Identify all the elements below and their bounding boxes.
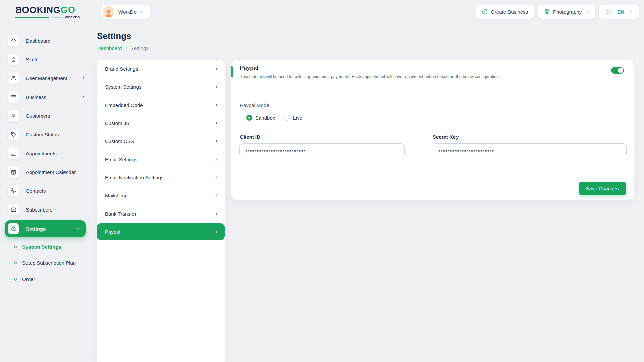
avatar-person-icon — [104, 8, 114, 17]
sidebar-item-label: Appointments — [26, 150, 85, 156]
user-icon — [8, 110, 19, 121]
menu-item-custom-css[interactable]: Custom CSS› — [97, 132, 225, 150]
menu-item-label: Bank Transfer — [105, 211, 136, 217]
radio-option-live[interactable]: Live — [284, 115, 302, 121]
business-selector-dropdown[interactable]: Photography — [538, 5, 595, 19]
sidebar-item-label: Business — [26, 94, 83, 100]
breadcrumb: Dashboard › Settings — [97, 45, 149, 51]
create-business-label: Create Business — [491, 9, 528, 15]
sidebar-nav: Dashboard Skrill User Management › Busin… — [0, 23, 91, 287]
paypal-settings-panel: Paypal These details will be used to col… — [231, 60, 634, 200]
sidebar-item-settings[interactable]: ⚙ Settings — [5, 220, 86, 237]
language-dropdown[interactable]: EN — [599, 5, 639, 19]
panel-title: Paypal — [240, 65, 258, 71]
powered-by-text: Powered By — [51, 16, 64, 19]
sidebar-item-subscribers[interactable]: Subscribers — [0, 200, 91, 219]
radio-label: Sandbox — [255, 115, 275, 121]
chevron-right-icon: › — [215, 210, 217, 217]
user-avatar — [103, 6, 114, 18]
language-label: EN — [617, 9, 624, 15]
menu-item-label: Mailchimp — [105, 193, 128, 198]
submenu-item-system-settings[interactable]: System Settings — [0, 239, 91, 255]
sidebar-item-contacts[interactable]: Contacts — [0, 181, 91, 200]
submenu-item-order[interactable]: Order — [0, 271, 91, 287]
category-grid-icon — [544, 9, 550, 15]
submenu-item-label: Setup Subscription Plan — [22, 260, 76, 266]
chevron-right-icon: › — [215, 228, 217, 235]
logo-tagline: Powered By WORKDO — [15, 16, 80, 19]
phone-icon — [8, 185, 19, 196]
globe-icon — [605, 9, 611, 15]
chevron-right-icon: › — [215, 83, 217, 90]
secret-key-label: Secret Key — [433, 134, 459, 140]
panel-footer-divider — [231, 177, 634, 177]
logo-underline — [15, 17, 49, 18]
chevron-right-icon: › — [215, 120, 217, 127]
sidebar-item-label: User Management — [26, 75, 83, 81]
menu-item-brand-settings[interactable]: Brand Settings› — [97, 60, 225, 78]
bookinggo-logo[interactable]: BOOKINGGO Powered By WORKDO — [15, 5, 80, 19]
logo-wordmark: BOOKINGGO — [15, 5, 80, 15]
page-title: Settings — [97, 31, 131, 41]
paypal-enabled-toggle[interactable] — [611, 67, 624, 74]
sidebar-item-skrill[interactable]: Skrill — [0, 50, 91, 69]
menu-item-paypal[interactable]: Paypal› — [97, 223, 225, 240]
user-name: WorkDo — [118, 9, 137, 15]
menu-item-label: Brand Settings — [105, 66, 138, 72]
sidebar-item-label: Customers — [26, 113, 85, 119]
menu-item-label: Custom CSS — [105, 138, 134, 144]
radio-option-sandbox[interactable]: Sandbox — [246, 115, 275, 121]
radio-checked-icon[interactable] — [246, 115, 252, 121]
menu-item-system-settings[interactable]: System Settings› — [97, 78, 225, 96]
users-icon — [8, 72, 19, 84]
secret-key-input[interactable] — [433, 143, 627, 157]
paypal-mode-radio-group: Sandbox Live — [246, 115, 302, 121]
menu-item-label: Custom JS — [105, 120, 129, 126]
sidebar-item-appointment-calendar[interactable]: Appointment Calendar — [0, 163, 91, 181]
client-id-input[interactable] — [239, 143, 405, 157]
chevron-right-icon: › — [215, 65, 217, 72]
sidebar-item-business[interactable]: Business › — [0, 87, 91, 106]
credit-card-icon — [8, 147, 19, 159]
business-selector-label: Photography — [553, 9, 582, 15]
toggle-knob — [618, 68, 623, 73]
sidebar-item-customers[interactable]: Customers — [0, 106, 91, 125]
sidebar-item-label: Custom Status — [26, 132, 85, 137]
user-menu-button[interactable]: WorkDo — [101, 5, 150, 19]
paypal-mode-label: Paypal Mode — [240, 102, 269, 108]
menu-item-custom-js[interactable]: Custom JS› — [97, 114, 225, 132]
sidebar-item-label: Contacts — [26, 188, 85, 194]
menu-item-email-settings[interactable]: Email Settings› — [97, 150, 225, 168]
chevron-right-icon: › — [83, 74, 85, 82]
menu-item-embedded-code[interactable]: Embedded Code› — [97, 96, 225, 114]
sidebar-item-label: Appointment Calendar — [26, 169, 85, 175]
radio-label: Live — [293, 115, 302, 121]
panel-header-divider — [231, 88, 634, 88]
create-business-button[interactable]: Create Business — [476, 5, 534, 19]
settings-submenu: System Settings Setup Subscription Plan … — [0, 239, 91, 287]
menu-item-email-notification-settings[interactable]: Email Notification Settings› — [97, 168, 225, 186]
header-actions: Create Business Photography EN — [476, 5, 639, 19]
chevron-right-icon: › — [215, 192, 217, 199]
chevron-right-icon: › — [215, 156, 217, 163]
home-icon — [8, 35, 19, 46]
sidebar-item-custom-status[interactable]: Custom Status — [0, 125, 91, 144]
submenu-item-setup-subscription-plan[interactable]: Setup Subscription Plan — [0, 255, 91, 271]
top-header: BOOKINGGO Powered By WORKDO WorkDo Creat… — [0, 0, 644, 23]
calendar-icon — [8, 166, 19, 178]
save-changes-button[interactable]: Save Changes — [579, 182, 626, 195]
menu-item-mailchimp[interactable]: Mailchimp› — [97, 186, 225, 204]
menu-item-label: Email Settings — [105, 157, 137, 162]
breadcrumb-dashboard-link[interactable]: Dashboard — [97, 45, 122, 51]
sidebar-item-appointments[interactable]: Appointments — [0, 144, 91, 163]
submenu-item-label: System Settings — [22, 244, 61, 250]
radio-unchecked-icon[interactable] — [284, 115, 290, 121]
sidebar-item-label: Skrill — [26, 57, 85, 62]
chevron-down-icon — [75, 226, 80, 231]
panel-description: These details will be used to collect ap… — [240, 74, 500, 79]
tag-icon — [8, 129, 19, 140]
chevron-right-icon: › — [83, 93, 85, 101]
sidebar-item-user-management[interactable]: User Management › — [0, 69, 91, 87]
menu-item-bank-transfer[interactable]: Bank Transfer› — [97, 204, 225, 223]
sidebar-item-dashboard[interactable]: Dashboard — [0, 31, 91, 50]
